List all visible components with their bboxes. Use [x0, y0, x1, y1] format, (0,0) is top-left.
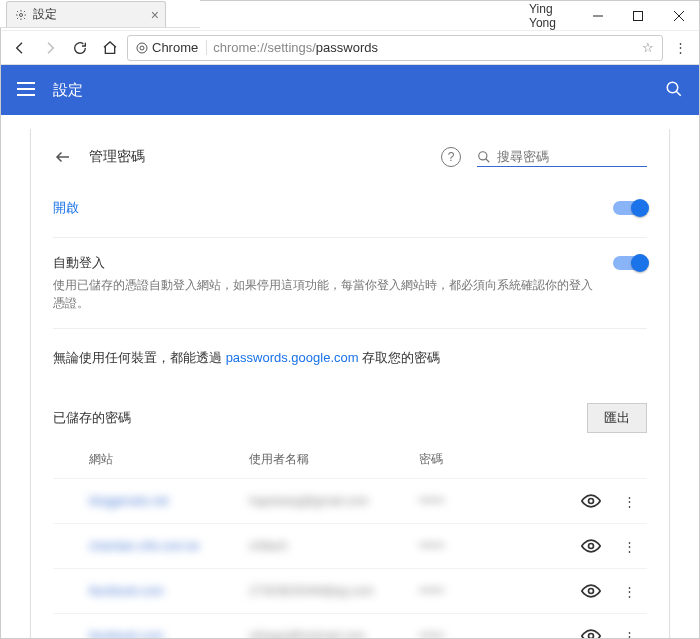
- row-password: ••••••: [419, 629, 519, 639]
- chrome-icon: [136, 42, 148, 54]
- col-user: 使用者名稱: [249, 451, 419, 468]
- row-site[interactable]: chandan.chb.com.tw: [89, 539, 249, 553]
- svg-point-5: [137, 43, 147, 53]
- offer-save-row: 開啟: [53, 183, 647, 238]
- browser-toolbar: Chrome chrome://settings/passwords ☆ ⋮: [1, 31, 699, 65]
- eye-icon[interactable]: [581, 626, 601, 639]
- autosignin-desc: 使用已儲存的憑證自動登入網站，如果停用這項功能，每當你登入網站時，都必須向系統確…: [53, 276, 593, 312]
- svg-point-0: [20, 13, 23, 16]
- nav-back-button[interactable]: [7, 35, 33, 61]
- passwords-table: 網站 使用者名稱 密碼 bloggerads.net hapokang@gmai…: [53, 441, 647, 639]
- settings-search-icon[interactable]: [665, 80, 683, 101]
- window-close-button[interactable]: [658, 1, 699, 31]
- nav-reload-button[interactable]: [67, 35, 93, 61]
- eye-icon[interactable]: [581, 536, 601, 556]
- autosignin-label: 自動登入: [53, 254, 593, 272]
- row-password: ••••••: [419, 584, 519, 598]
- passwords-table-header: 網站 使用者名稱 密碼: [53, 441, 647, 478]
- svg-point-10: [667, 82, 678, 93]
- tab-close-icon[interactable]: ×: [151, 8, 159, 22]
- eye-icon[interactable]: [581, 581, 601, 601]
- saved-passwords-label: 已儲存的密碼: [53, 409, 131, 427]
- browser-menu-button[interactable]: ⋮: [667, 35, 693, 61]
- row-site[interactable]: bloggerads.net: [89, 494, 249, 508]
- settings-content: 管理密碼 ? 開啟 自動登入 使用已儲存的憑證自動登入網站，如果停用這項功能，每…: [1, 115, 699, 639]
- svg-point-12: [479, 151, 487, 159]
- settings-title: 設定: [53, 81, 83, 100]
- url-scheme-text: Chrome: [152, 40, 198, 55]
- row-password: ••••••: [419, 494, 519, 508]
- svg-line-11: [676, 91, 681, 96]
- col-site: 網站: [89, 451, 249, 468]
- window-username: Ying Yong: [529, 2, 577, 30]
- autosignin-row: 自動登入 使用已儲存的憑證自動登入網站，如果停用這項功能，每當你登入網站時，都必…: [53, 238, 647, 329]
- row-user: okhago@hotmail.com: [249, 629, 419, 639]
- passwords-subheader: 管理密碼 ?: [53, 137, 647, 183]
- row-menu-icon[interactable]: ⋮: [619, 626, 639, 639]
- nav-home-button[interactable]: [97, 35, 123, 61]
- gear-icon: [15, 9, 27, 21]
- window-minimize-button[interactable]: [577, 1, 618, 31]
- row-password: ••••••: [419, 539, 519, 553]
- help-icon[interactable]: ?: [441, 147, 461, 167]
- window-titlebar: 設定 × Ying Yong: [1, 1, 699, 31]
- password-row: chandan.chb.com.tw ch8ach •••••• ⋮: [53, 523, 647, 568]
- tab-title: 設定: [33, 6, 57, 23]
- search-icon: [477, 150, 491, 164]
- settings-header: 設定: [1, 65, 699, 115]
- offer-save-toggle[interactable]: [613, 201, 647, 215]
- row-user: ch8ach: [249, 539, 419, 553]
- browser-tab[interactable]: 設定 ×: [6, 1, 166, 27]
- row-site[interactable]: facebook.com: [89, 584, 249, 598]
- password-search-input[interactable]: [497, 149, 637, 164]
- passwords-card: 管理密碼 ? 開啟 自動登入 使用已儲存的憑證自動登入網站，如果停用這項功能，每…: [30, 129, 670, 639]
- password-row: bloggerads.net hapokang@gmail.com ••••••…: [53, 478, 647, 523]
- svg-line-13: [486, 158, 490, 162]
- row-user: hapokang@gmail.com: [249, 494, 419, 508]
- row-menu-icon[interactable]: ⋮: [619, 581, 639, 601]
- export-button[interactable]: 匯出: [587, 403, 647, 433]
- passwords-subtitle: 管理密碼: [89, 148, 145, 166]
- saved-passwords-header: 已儲存的密碼 匯出: [53, 393, 647, 441]
- row-site[interactable]: facebook.com: [89, 629, 249, 639]
- back-arrow-icon[interactable]: [53, 147, 73, 167]
- row-user: 27303829349@qq.com: [249, 584, 419, 598]
- url-scheme-badge: Chrome: [136, 40, 207, 55]
- window-maximize-button[interactable]: [618, 1, 659, 31]
- url-text: chrome://settings/passwords: [213, 40, 378, 55]
- offer-save-label: 開啟: [53, 199, 593, 217]
- svg-rect-2: [634, 11, 643, 20]
- row-menu-icon[interactable]: ⋮: [619, 491, 639, 511]
- svg-point-17: [589, 634, 594, 639]
- bookmark-star-icon[interactable]: ☆: [642, 40, 654, 55]
- eye-icon[interactable]: [581, 491, 601, 511]
- passwords-google-link[interactable]: passwords.google.com: [226, 350, 359, 365]
- autosignin-toggle[interactable]: [613, 256, 647, 270]
- nav-forward-button[interactable]: [37, 35, 63, 61]
- svg-point-15: [589, 544, 594, 549]
- col-pw: 密碼: [419, 451, 519, 468]
- svg-point-14: [589, 499, 594, 504]
- svg-point-16: [589, 589, 594, 594]
- password-row: facebook.com okhago@hotmail.com •••••• ⋮: [53, 613, 647, 639]
- hamburger-icon[interactable]: [17, 82, 35, 99]
- password-row: facebook.com 27303829349@qq.com •••••• ⋮: [53, 568, 647, 613]
- password-search-wrap: [477, 147, 647, 167]
- passwords-google-info: 無論使用任何裝置，都能透過 passwords.google.com 存取您的密…: [53, 329, 647, 393]
- address-bar[interactable]: Chrome chrome://settings/passwords ☆: [127, 35, 663, 61]
- tab-strip: 設定 ×: [0, 0, 200, 28]
- svg-point-6: [140, 46, 144, 50]
- row-menu-icon[interactable]: ⋮: [619, 536, 639, 556]
